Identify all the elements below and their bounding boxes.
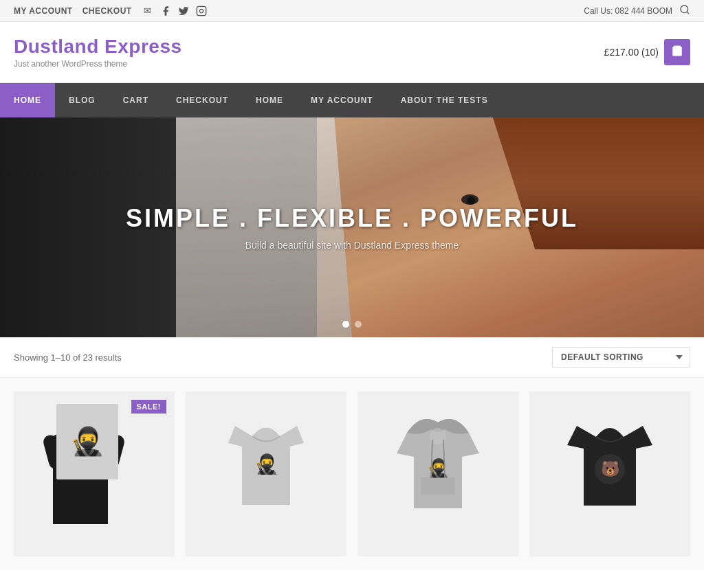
products-grid: SALE! 🥷 bbox=[14, 392, 690, 556]
main-nav: HOME BLOG CART CHECKOUT HOME MY ACCOUNT … bbox=[0, 83, 704, 117]
nav-about-tests[interactable]: ABOUT THE TESTS bbox=[387, 83, 502, 117]
hero-content: SIMPLE . FLEXIBLE . POWERFUL Build a bea… bbox=[126, 204, 578, 251]
cart-amount: £217.00 (10) bbox=[604, 47, 659, 58]
site-logo: Dustland Express Just another WordPress … bbox=[14, 36, 182, 69]
site-name: Dustland Express bbox=[14, 36, 182, 58]
search-icon-top[interactable] bbox=[679, 4, 690, 17]
email-icon[interactable]: ✉ bbox=[142, 5, 154, 17]
svg-rect-0 bbox=[197, 6, 206, 15]
nav-checkout[interactable]: CHECKOUT bbox=[162, 83, 242, 117]
site-header: Dustland Express Just another WordPress … bbox=[0, 22, 704, 83]
results-count: Showing 1–10 of 23 results bbox=[14, 352, 122, 363]
product-image-4: 🐻 bbox=[529, 392, 690, 529]
svg-line-3 bbox=[687, 12, 689, 14]
hero-dots bbox=[342, 321, 362, 328]
product-card-2[interactable]: 🥷 bbox=[186, 392, 346, 556]
nav-blog[interactable]: BLOG bbox=[55, 83, 109, 117]
facebook-icon[interactable] bbox=[160, 5, 172, 17]
sort-select[interactable]: DEFAULT SORTING Sort by popularity Sort … bbox=[552, 347, 690, 368]
cart-widget: £217.00 (10) bbox=[604, 39, 690, 65]
product-card-4[interactable]: 🐻 bbox=[529, 392, 690, 556]
nav-my-account[interactable]: MY ACCOUNT bbox=[297, 83, 387, 117]
product-card-3[interactable]: 🥷 bbox=[358, 392, 518, 556]
hero-subtitle: Build a beautiful site with Dustland Exp… bbox=[126, 240, 578, 251]
results-bar: Showing 1–10 of 23 results DEFAULT SORTI… bbox=[0, 337, 704, 378]
my-account-link[interactable]: MY ACCOUNT bbox=[14, 6, 73, 16]
product-card-1[interactable]: SALE! 🥷 bbox=[14, 392, 175, 556]
product-image-3: 🥷 bbox=[358, 392, 518, 529]
nav-cart[interactable]: CART bbox=[109, 83, 162, 117]
checkout-link-top[interactable]: CHECKOUT bbox=[82, 6, 132, 16]
tshirt-black-svg: 🐻 bbox=[562, 404, 658, 517]
call-us-text: Call Us: 082 444 BOOM bbox=[584, 6, 672, 16]
hoodie-svg: 🥷 bbox=[390, 402, 486, 519]
cart-button[interactable] bbox=[664, 39, 690, 65]
svg-text:🥷: 🥷 bbox=[427, 457, 450, 479]
top-bar: MY ACCOUNT CHECKOUT ✉ Call Us: 082 444 B… bbox=[0, 0, 704, 22]
site-tagline: Just another WordPress theme bbox=[14, 59, 182, 69]
twitter-icon[interactable] bbox=[177, 5, 190, 17]
social-icons: ✉ bbox=[142, 5, 208, 17]
top-bar-right: Call Us: 082 444 BOOM bbox=[584, 4, 690, 17]
hero-dot-1[interactable] bbox=[342, 321, 349, 328]
product-image-2: 🥷 bbox=[186, 392, 346, 529]
sale-badge-1: SALE! bbox=[131, 400, 167, 414]
hero-banner: SIMPLE . FLEXIBLE . POWERFUL Build a bea… bbox=[0, 117, 704, 337]
instagram-icon[interactable] bbox=[195, 5, 208, 17]
hero-title: SIMPLE . FLEXIBLE . POWERFUL bbox=[126, 204, 578, 233]
product-image-1: SALE! 🥷 bbox=[14, 392, 175, 529]
hero-dot-2[interactable] bbox=[355, 321, 362, 328]
tshirt-svg-2: 🥷 bbox=[221, 405, 311, 515]
svg-text:🐻: 🐻 bbox=[601, 460, 620, 478]
top-bar-left: MY ACCOUNT CHECKOUT ✉ bbox=[14, 5, 208, 17]
nav-home-2[interactable]: HOME bbox=[242, 83, 297, 117]
svg-text:🥷: 🥷 bbox=[254, 453, 278, 475]
svg-point-2 bbox=[681, 5, 688, 13]
products-section: SALE! 🥷 bbox=[0, 378, 704, 570]
nav-home-1[interactable]: HOME bbox=[0, 83, 55, 117]
